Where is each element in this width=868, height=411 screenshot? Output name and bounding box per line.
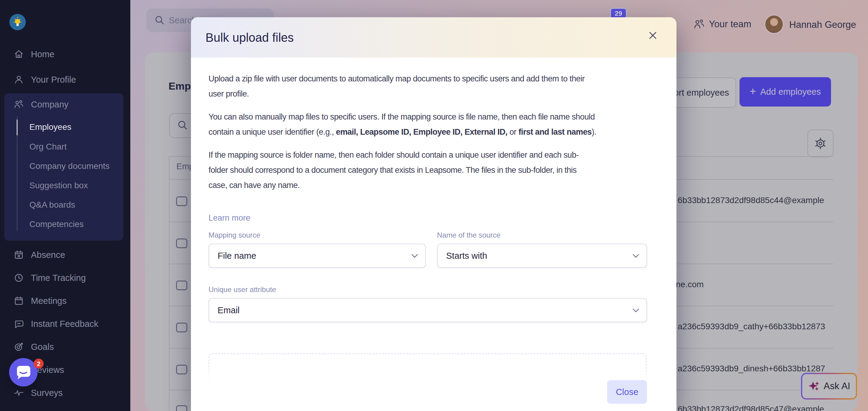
sidebar: Home Your Profile Company Employees Org … — [0, 0, 130, 411]
name-of-source-select[interactable]: Starts with — [437, 244, 647, 268]
bulk-upload-modal: Bulk upload files Upload a zip file with… — [191, 17, 677, 411]
learn-more-link[interactable]: Learn more — [209, 213, 250, 223]
text-segment: ). — [592, 128, 596, 137]
sidebar-subitem-employees[interactable]: Employees — [29, 122, 71, 132]
sidebar-item-label: Surveys — [31, 388, 63, 398]
ask-ai-button[interactable]: Ask AI — [801, 373, 857, 400]
modal-paragraph-line: If the mapping source is folder name, th… — [209, 150, 579, 160]
sidebar-item-meetings[interactable]: Meetings — [0, 293, 130, 309]
sparkles-icon — [808, 380, 820, 392]
sidebar-item-label: Company — [31, 100, 68, 109]
table-settings-button[interactable] — [807, 130, 833, 158]
employee-email: 6b33bb12873d2df98d85c47@example — [678, 404, 824, 411]
sidebar-item-home[interactable]: Home — [0, 46, 130, 62]
search-icon — [154, 15, 165, 26]
modal-paragraph-line: Upload a zip file with user documents to… — [209, 74, 585, 83]
chat-unread-badge: 2 — [34, 358, 44, 369]
sidebar-subitem-qa-boards[interactable]: Q&A boards — [29, 200, 75, 210]
modal-paragraph-line: folder should correspond to a document c… — [209, 166, 577, 175]
sidebar-subitem-suggestion-box[interactable]: Suggestion box — [29, 181, 88, 191]
submenu-active-indicator — [17, 119, 18, 135]
target-icon — [14, 342, 24, 352]
chevron-down-icon — [632, 253, 639, 258]
pulse-icon — [14, 388, 24, 398]
close-button-label: Close — [616, 387, 638, 397]
workspace-logo[interactable] — [9, 14, 26, 30]
sidebar-item-your-profile[interactable]: Your Profile — [0, 72, 130, 88]
row-checkbox[interactable] — [176, 365, 187, 374]
modal-paragraph-line: You can also manually map files to speci… — [209, 112, 595, 122]
mapping-source-value: File name — [218, 251, 256, 261]
lightbulb-icon — [9, 14, 26, 30]
add-employees-label: Add employees — [761, 87, 821, 97]
row-checkbox[interactable] — [176, 280, 187, 290]
sidebar-item-label: Time Tracking — [31, 273, 86, 283]
table-left-border — [169, 156, 169, 411]
home-icon — [14, 49, 24, 59]
text-segment: or — [507, 128, 519, 137]
unique-user-attribute-label: Unique user attribute — [209, 285, 276, 294]
add-employees-button[interactable]: + Add employees — [740, 77, 831, 106]
unique-user-attribute-select[interactable]: Email — [209, 298, 647, 322]
your-team-button[interactable]: Your team — [694, 16, 751, 33]
close-icon — [648, 31, 657, 40]
sidebar-item-absence[interactable]: Absence — [0, 247, 130, 263]
sidebar-subitem-competencies[interactable]: Competencies — [29, 219, 84, 229]
modal-paragraph-line: user profile. — [209, 89, 249, 99]
people-icon — [694, 19, 705, 30]
gear-icon — [814, 137, 827, 150]
mapping-source-select[interactable]: File name — [209, 244, 426, 268]
chat-icon — [9, 358, 38, 386]
calendar-x-icon — [14, 250, 24, 260]
sidebar-item-label: Instant Feedback — [31, 319, 98, 329]
row-checkbox[interactable] — [176, 239, 187, 248]
people-icon — [14, 100, 24, 109]
plus-icon: + — [750, 85, 756, 98]
row-checkbox[interactable] — [176, 405, 187, 411]
mapping-source-label: Mapping source — [209, 231, 260, 239]
user-avatar[interactable] — [765, 15, 783, 34]
app-root: Home Your Profile Company Employees Org … — [0, 0, 868, 411]
chat-smile-icon — [14, 319, 24, 329]
row-checkbox[interactable] — [176, 322, 187, 332]
chat-launcher-button[interactable] — [9, 358, 38, 386]
chevron-down-icon — [632, 308, 639, 312]
employee-email: ne.com — [676, 280, 704, 289]
close-button[interactable]: Close — [607, 380, 647, 404]
ask-ai-label: Ask AI — [824, 381, 850, 391]
sidebar-subitem-org-chart[interactable]: Org Chart — [29, 142, 67, 151]
employee-email: 6b33bb12873d2df98d85c44@example — [678, 196, 824, 205]
employee-email: a236c59393db9_cathy+66b33bb12873 — [678, 322, 825, 332]
search-icon — [177, 119, 188, 131]
modal-close-button[interactable] — [646, 29, 659, 42]
bold-identifier-list: email, Leapsome ID, Employee ID, Externa… — [336, 128, 507, 137]
person-icon — [14, 75, 24, 84]
name-of-source-label: Name of the source — [437, 231, 500, 239]
sidebar-item-label: Your Profile — [31, 75, 76, 85]
employee-email: a236c59393db9_dinesh+66b33bb1287 — [678, 364, 825, 374]
modal-title: Bulk upload files — [206, 31, 294, 44]
sidebar-item-label: Absence — [31, 250, 65, 260]
sidebar-item-company[interactable]: Company — [0, 97, 130, 112]
sidebar-subitem-company-documents[interactable]: Company documents — [29, 161, 110, 171]
name-of-source-value: Starts with — [446, 251, 487, 261]
modal-paragraph-line: case, can have any name. — [209, 181, 300, 190]
unique-user-attribute-value: Email — [218, 305, 240, 315]
row-checkbox[interactable] — [176, 197, 187, 206]
sidebar-item-goals[interactable]: Goals — [0, 339, 130, 355]
user-name[interactable]: Hannah George — [789, 20, 856, 30]
modal-footer — [191, 363, 677, 411]
sidebar-item-instant-feedback[interactable]: Instant Feedback — [0, 316, 130, 332]
text-segment: contain a unique user identifier (e.g., — [209, 128, 336, 137]
sidebar-item-time-tracking[interactable]: Time Tracking — [0, 270, 130, 286]
bold-identifier: first and last names — [519, 128, 592, 137]
your-team-label: Your team — [709, 19, 751, 30]
sidebar-item-label: Meetings — [31, 296, 67, 306]
clock-icon — [14, 273, 24, 283]
sidebar-item-label: Goals — [31, 342, 54, 352]
chevron-down-icon — [411, 253, 418, 258]
modal-header: Bulk upload files — [191, 17, 677, 58]
modal-paragraph-line: contain a unique user identifier (e.g., … — [209, 128, 596, 137]
sidebar-item-surveys[interactable]: Surveys — [0, 385, 130, 401]
calendar-icon — [14, 296, 24, 306]
